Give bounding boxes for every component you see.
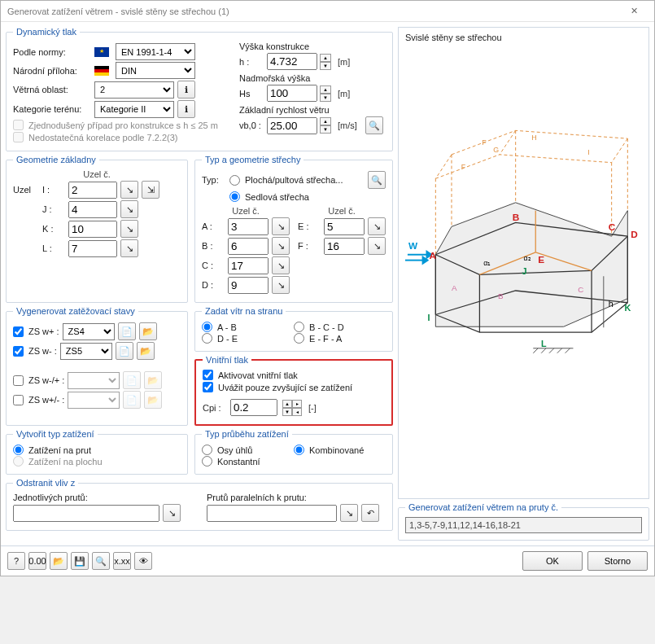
parallel-label: Prutů paralelních k prutu:	[207, 493, 386, 502]
pick-icon[interactable]: ↘	[272, 276, 290, 294]
h-sym: h :	[239, 57, 264, 67]
course-combined-radio[interactable]: Kombinované	[294, 445, 386, 455]
cancel-button[interactable]: Storno	[587, 551, 648, 571]
edit-lc-icon[interactable]: 📂	[139, 322, 157, 340]
bottom-toolbar: ? 0.00 📂 💾 🔍 x.xx 👁 OK Storno	[1, 545, 654, 576]
K-input[interactable]	[68, 221, 117, 238]
window-title: Generovat zatížení větrem - svislé stěny…	[7, 7, 229, 16]
dialog-window: Generovat zatížení větrem - svislé stěny…	[0, 0, 655, 576]
close-icon[interactable]: ✕	[620, 3, 648, 20]
course-angles-radio[interactable]: Osy úhlů	[202, 445, 294, 455]
new-lc-icon[interactable]: 📄	[116, 342, 133, 360]
group-wind-side: Zadat vítr na stranu A - B D - E B - C -…	[194, 306, 393, 352]
side-BCD-radio[interactable]: B - C - D	[294, 322, 386, 332]
new-lc-icon[interactable]: 📄	[118, 322, 136, 340]
wp-checkbox[interactable]: ZS w+ :	[13, 326, 59, 337]
D-label: D :	[202, 280, 225, 290]
pick-icon[interactable]: ↘	[163, 504, 181, 522]
hs-input[interactable]	[267, 85, 317, 102]
activate-internal-checkbox[interactable]: Aktivovat vnitřní tlak	[203, 370, 298, 380]
pick-icon[interactable]: ↘	[272, 256, 290, 274]
C-input[interactable]	[228, 257, 269, 274]
hs-sym: Hs	[239, 89, 264, 99]
roof-gable-radio[interactable]: Sedlová střecha	[229, 191, 309, 202]
pick-icon[interactable]: ↘	[120, 200, 138, 218]
B-input[interactable]	[228, 238, 269, 255]
pick-icon[interactable]: ↘	[272, 237, 290, 255]
vb-sym: vb,0 :	[239, 120, 264, 130]
roof-flat-radio[interactable]: Plochá/pultová střecha...	[229, 175, 343, 186]
wp-select[interactable]: ZS4	[63, 323, 115, 340]
h-input[interactable]	[267, 53, 317, 70]
preview-icon[interactable]: 👁	[134, 552, 152, 570]
J-input[interactable]	[68, 201, 117, 218]
single-label: Jednotlivých prutů:	[13, 493, 192, 502]
lookup-icon[interactable]: 🔍	[368, 171, 386, 189]
undo-icon[interactable]: ↶	[361, 504, 379, 522]
open-icon[interactable]: 📂	[50, 552, 68, 570]
group-load-type: Vytvořit typ zatížení Zatížení na prut Z…	[6, 429, 188, 475]
hs-unit: [m]	[338, 89, 350, 99]
info-icon[interactable]: ℹ	[177, 81, 195, 99]
lookup-icon[interactable]: 🔍	[365, 116, 383, 134]
save-icon[interactable]: 💾	[71, 552, 89, 570]
I-input[interactable]	[68, 182, 117, 199]
pick-icon[interactable]: ↘	[120, 181, 138, 199]
single-members-input[interactable]	[13, 505, 159, 522]
terrain-label: Kategorie terénu:	[13, 104, 91, 114]
pick-icon[interactable]: ↘	[368, 217, 386, 235]
node-header: Uzel č.	[13, 169, 181, 179]
wpm-select[interactable]	[68, 372, 120, 389]
insufficient-corr-checkbox[interactable]: Nedostatečná korelace podle 7.2.2(3)	[13, 132, 177, 142]
zone-select[interactable]: 2	[94, 81, 174, 99]
side-EFA-radio[interactable]: E - F - A	[294, 333, 386, 344]
vb-spinner[interactable]: ▲▼	[320, 117, 331, 134]
pick-icon[interactable]: ↘	[120, 239, 138, 257]
h-spinner[interactable]: ▲▼	[320, 54, 331, 70]
group-course-type: Typ průběhu zatížení Osy úhlů Konstantní…	[194, 429, 393, 475]
pick-icon[interactable]: ↘	[272, 217, 290, 235]
svg-text:W: W	[408, 240, 418, 251]
D-input[interactable]	[228, 277, 269, 294]
ok-button[interactable]: OK	[522, 551, 583, 571]
cpi-spinner[interactable]: ▲▼ ▸◂	[282, 400, 302, 416]
norm-select[interactable]: EN 1991-1-4	[116, 43, 195, 60]
wpm-checkbox[interactable]: ZS w-/+ :	[13, 375, 64, 386]
pick-icon[interactable]: ↘	[340, 504, 358, 522]
side-DE-radio[interactable]: D - E	[202, 333, 294, 344]
view-icon[interactable]: 🔍	[92, 552, 110, 570]
help-icon[interactable]: ?	[7, 552, 25, 570]
simplified-checkbox[interactable]: Zjednodušený případ pro konstrukce s h ≤…	[13, 120, 218, 130]
node-header: Uzel č.	[202, 206, 290, 216]
E-input[interactable]	[324, 218, 365, 235]
info-icon[interactable]: ℹ	[177, 100, 195, 118]
L-input[interactable]	[68, 240, 117, 257]
parallel-members-input[interactable]	[207, 505, 337, 522]
vb-input[interactable]	[267, 117, 317, 134]
load-surface-radio[interactable]: Zatížení na plochu	[13, 456, 181, 467]
svg-text:F: F	[461, 163, 466, 171]
wm-select[interactable]: ZS5	[60, 343, 112, 360]
A-input[interactable]	[228, 218, 269, 235]
annex-select[interactable]: DIN	[116, 62, 195, 79]
svg-line-41	[557, 348, 562, 353]
cpi-input[interactable]	[230, 399, 277, 416]
precision-icon[interactable]: x.xx	[113, 552, 131, 570]
pick-all-icon[interactable]: ⇲	[142, 181, 159, 199]
terrain-select[interactable]: Kategorie II	[94, 101, 174, 118]
load-member-radio[interactable]: Zatížení na prut	[13, 445, 181, 455]
svg-text:C: C	[609, 221, 616, 232]
F-input[interactable]	[324, 238, 365, 255]
svg-text:h: h	[609, 299, 614, 309]
pick-icon[interactable]: ↘	[120, 220, 138, 238]
hs-spinner[interactable]: ▲▼	[320, 85, 331, 102]
pick-icon[interactable]: ↘	[368, 237, 386, 255]
wm-checkbox[interactable]: ZS w- :	[13, 346, 57, 357]
consider-increasing-checkbox[interactable]: Uvážit pouze zvyšující se zatížení	[203, 382, 352, 392]
wmp-checkbox[interactable]: ZS w+/- :	[13, 395, 64, 405]
wmp-select[interactable]	[68, 392, 120, 409]
course-constant-radio[interactable]: Konstantní	[202, 456, 294, 467]
side-AB-radio[interactable]: A - B	[202, 322, 294, 332]
units-icon[interactable]: 0.00	[28, 552, 46, 570]
edit-lc-icon[interactable]: 📂	[137, 342, 155, 360]
